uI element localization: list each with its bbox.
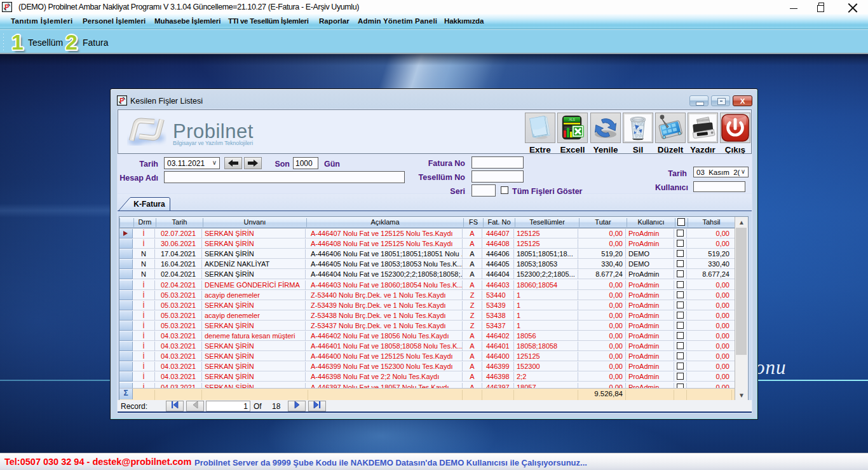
svg-text:K-Fatura: K-Fatura: [133, 200, 165, 209]
svg-text:P: P: [119, 97, 124, 104]
svg-text:P: P: [4, 3, 9, 11]
svg-text:.XLS: .XLS: [568, 118, 576, 121]
